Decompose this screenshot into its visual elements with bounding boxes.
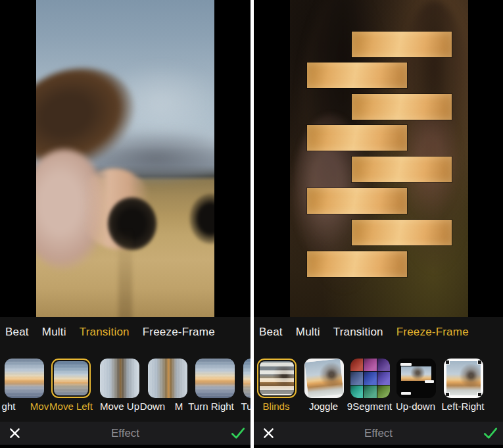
effect-label-left-right: Left-Right	[441, 401, 484, 412]
blinds-stripe	[352, 157, 452, 182]
crop-corner	[477, 392, 482, 397]
panel-freeze-frame: Beat Multi Transition Freeze-Frame	[254, 0, 503, 448]
crop-corner	[477, 360, 482, 364]
effect-label-up-down: Up-down	[396, 401, 435, 412]
effect-label-turn-right: Turn Right	[188, 401, 233, 412]
tab-multi[interactable]: Multi	[296, 326, 320, 339]
blinds-stripe	[352, 32, 452, 57]
effect-thumb-move-right[interactable]	[5, 359, 44, 398]
crop-corner	[445, 392, 450, 397]
effect-label-truncated: Down	[140, 401, 165, 412]
effect-thumb-image	[5, 359, 44, 398]
panel-transition: Beat Multi Transition Freeze-Frame	[0, 0, 251, 448]
blinds-stripe	[307, 62, 407, 88]
effect-thumb-up-down[interactable]	[396, 359, 436, 398]
preview-photo-blinds-effect	[290, 0, 468, 317]
category-tabs: Beat Multi Transition Freeze-Frame	[259, 326, 469, 339]
subject-boots	[107, 197, 157, 251]
mirror-seam	[118, 228, 133, 317]
blinds-stripe	[352, 220, 452, 245]
effect-thumb-9segment[interactable]	[350, 359, 390, 398]
effect-thumb-blinds-selected[interactable]	[257, 359, 297, 398]
effect-label-joggle: Joggle	[309, 401, 338, 412]
effect-thumb-turn-right[interactable]	[195, 359, 235, 398]
effect-thumb-turn-left-cut[interactable]	[243, 359, 251, 398]
effect-label-move-up: Move Up	[100, 401, 139, 412]
effect-controls: Beat Multi Transition Freeze-Frame	[0, 317, 251, 422]
effect-thumb-move-down[interactable]	[148, 359, 187, 398]
effect-thumb-image	[195, 359, 235, 398]
blinds-stripe	[307, 188, 407, 214]
effect-thumb-left-right[interactable]	[444, 359, 483, 398]
blinds-overlay	[260, 361, 294, 395]
bottom-bar: Effect	[0, 422, 251, 445]
effect-label-move-left: Move Left	[49, 401, 93, 412]
tab-transition[interactable]: Transition	[80, 326, 130, 339]
effect-label-truncated: Tu	[241, 401, 251, 412]
tab-multi[interactable]: Multi	[42, 326, 66, 339]
effect-thumb-image	[401, 366, 431, 381]
bottom-bar: Effect	[254, 422, 503, 445]
effect-controls: Beat Multi Transition Freeze-Frame	[254, 317, 503, 422]
effect-label-blinds: Blinds	[263, 401, 290, 412]
panel-title: Effect	[0, 427, 251, 440]
preview-area	[0, 0, 251, 317]
effect-thumb-move-up[interactable]	[100, 359, 139, 398]
tab-beat[interactable]: Beat	[5, 326, 29, 339]
effect-label-9segment: 9Segment	[347, 401, 392, 412]
confirm-check-icon[interactable]	[231, 426, 245, 440]
nine-segment-grid	[350, 359, 390, 398]
panel-title: Effect	[254, 427, 503, 440]
blinds-stripe	[307, 251, 407, 277]
preview-photo-mirror-effect	[36, 0, 214, 317]
effect-editor-comparison: Beat Multi Transition Freeze-Frame	[0, 0, 503, 448]
effect-label-truncated: ght	[2, 401, 16, 412]
tab-transition[interactable]: Transition	[333, 326, 383, 339]
effect-thumb-image	[304, 359, 343, 397]
blinds-stripe	[307, 125, 407, 151]
tab-freeze-frame[interactable]: Freeze-Frame	[396, 326, 469, 339]
effect-label-truncated: Mov	[30, 401, 49, 412]
blinds-stripe	[352, 94, 452, 120]
crop-corner	[445, 360, 450, 364]
effect-thumb-image	[54, 361, 88, 395]
tab-beat[interactable]: Beat	[259, 326, 283, 339]
tab-freeze-frame[interactable]: Freeze-Frame	[143, 326, 215, 339]
effect-thumb-image	[243, 359, 251, 398]
confirm-check-icon[interactable]	[483, 426, 498, 440]
effect-thumb-joggle[interactable]	[304, 359, 344, 398]
dash-mark	[401, 392, 411, 395]
preview-area	[254, 0, 503, 317]
effect-thumb-image	[148, 359, 187, 398]
effect-thumb-image	[100, 359, 139, 398]
dash-mark	[425, 380, 434, 383]
category-tabs: Beat Multi Transition Freeze-Frame	[5, 326, 215, 339]
mirrored-boot	[189, 193, 214, 244]
effect-thumb-image	[260, 361, 294, 395]
dash-mark	[400, 363, 412, 366]
effect-thumb-image	[446, 361, 481, 395]
effect-thumb-move-left-selected[interactable]	[51, 359, 91, 398]
effect-label-truncated: M	[175, 401, 183, 412]
